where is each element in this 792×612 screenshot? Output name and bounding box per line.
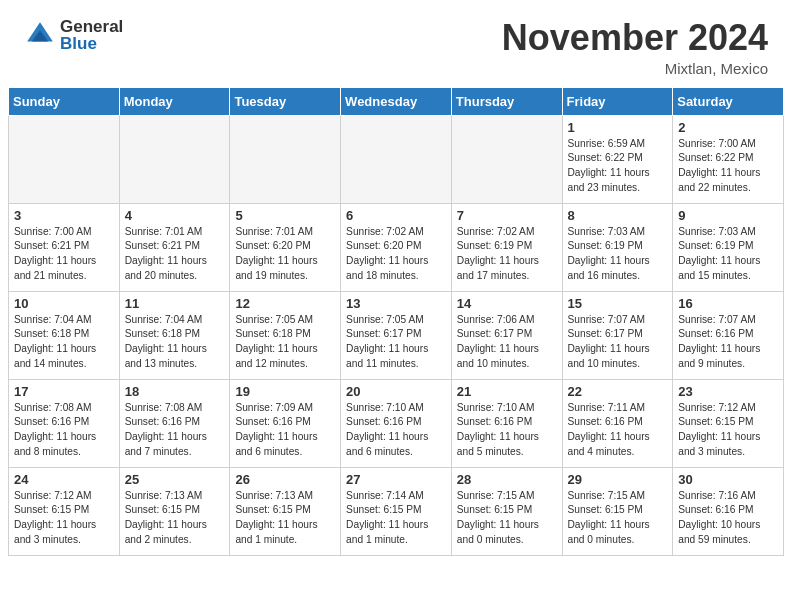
calendar-cell: 4Sunrise: 7:01 AM Sunset: 6:21 PM Daylig… <box>119 203 230 291</box>
calendar-week-1: 1Sunrise: 6:59 AM Sunset: 6:22 PM Daylig… <box>9 115 784 203</box>
calendar-cell: 17Sunrise: 7:08 AM Sunset: 6:16 PM Dayli… <box>9 379 120 467</box>
calendar-cell: 11Sunrise: 7:04 AM Sunset: 6:18 PM Dayli… <box>119 291 230 379</box>
day-number: 11 <box>125 296 225 311</box>
calendar-table: SundayMondayTuesdayWednesdayThursdayFrid… <box>8 87 784 556</box>
day-info: Sunrise: 7:16 AM Sunset: 6:16 PM Dayligh… <box>678 489 778 548</box>
calendar-header-thursday: Thursday <box>451 87 562 115</box>
day-number: 23 <box>678 384 778 399</box>
calendar-cell <box>119 115 230 203</box>
logo-general-text: General <box>60 18 123 35</box>
day-number: 2 <box>678 120 778 135</box>
day-info: Sunrise: 7:02 AM Sunset: 6:19 PM Dayligh… <box>457 225 557 284</box>
day-number: 5 <box>235 208 335 223</box>
day-info: Sunrise: 7:11 AM Sunset: 6:16 PM Dayligh… <box>568 401 668 460</box>
calendar-week-2: 3Sunrise: 7:00 AM Sunset: 6:21 PM Daylig… <box>9 203 784 291</box>
calendar-cell: 12Sunrise: 7:05 AM Sunset: 6:18 PM Dayli… <box>230 291 341 379</box>
day-info: Sunrise: 7:04 AM Sunset: 6:18 PM Dayligh… <box>14 313 114 372</box>
title-block: November 2024 Mixtlan, Mexico <box>502 18 768 77</box>
calendar-cell: 2Sunrise: 7:00 AM Sunset: 6:22 PM Daylig… <box>673 115 784 203</box>
calendar-cell: 7Sunrise: 7:02 AM Sunset: 6:19 PM Daylig… <box>451 203 562 291</box>
calendar-cell: 13Sunrise: 7:05 AM Sunset: 6:17 PM Dayli… <box>341 291 452 379</box>
day-info: Sunrise: 7:15 AM Sunset: 6:15 PM Dayligh… <box>457 489 557 548</box>
day-info: Sunrise: 7:06 AM Sunset: 6:17 PM Dayligh… <box>457 313 557 372</box>
calendar-cell <box>451 115 562 203</box>
day-number: 16 <box>678 296 778 311</box>
location: Mixtlan, Mexico <box>502 60 768 77</box>
day-info: Sunrise: 7:00 AM Sunset: 6:22 PM Dayligh… <box>678 137 778 196</box>
calendar-cell: 19Sunrise: 7:09 AM Sunset: 6:16 PM Dayli… <box>230 379 341 467</box>
calendar-cell: 3Sunrise: 7:00 AM Sunset: 6:21 PM Daylig… <box>9 203 120 291</box>
day-info: Sunrise: 7:10 AM Sunset: 6:16 PM Dayligh… <box>346 401 446 460</box>
day-info: Sunrise: 7:15 AM Sunset: 6:15 PM Dayligh… <box>568 489 668 548</box>
month-title: November 2024 <box>502 18 768 58</box>
logo: General Blue <box>24 18 123 52</box>
day-number: 12 <box>235 296 335 311</box>
day-info: Sunrise: 7:14 AM Sunset: 6:15 PM Dayligh… <box>346 489 446 548</box>
calendar-cell: 26Sunrise: 7:13 AM Sunset: 6:15 PM Dayli… <box>230 467 341 555</box>
day-number: 14 <box>457 296 557 311</box>
day-number: 1 <box>568 120 668 135</box>
page-header: General Blue November 2024 Mixtlan, Mexi… <box>0 0 792 87</box>
calendar-header-tuesday: Tuesday <box>230 87 341 115</box>
day-number: 3 <box>14 208 114 223</box>
day-number: 13 <box>346 296 446 311</box>
day-number: 28 <box>457 472 557 487</box>
day-info: Sunrise: 7:13 AM Sunset: 6:15 PM Dayligh… <box>125 489 225 548</box>
day-info: Sunrise: 7:03 AM Sunset: 6:19 PM Dayligh… <box>678 225 778 284</box>
day-number: 7 <box>457 208 557 223</box>
day-info: Sunrise: 7:04 AM Sunset: 6:18 PM Dayligh… <box>125 313 225 372</box>
calendar-wrap: SundayMondayTuesdayWednesdayThursdayFrid… <box>0 87 792 564</box>
calendar-header-wednesday: Wednesday <box>341 87 452 115</box>
calendar-header-sunday: Sunday <box>9 87 120 115</box>
calendar-cell: 29Sunrise: 7:15 AM Sunset: 6:15 PM Dayli… <box>562 467 673 555</box>
calendar-cell: 27Sunrise: 7:14 AM Sunset: 6:15 PM Dayli… <box>341 467 452 555</box>
day-info: Sunrise: 7:08 AM Sunset: 6:16 PM Dayligh… <box>14 401 114 460</box>
day-number: 18 <box>125 384 225 399</box>
calendar-cell: 25Sunrise: 7:13 AM Sunset: 6:15 PM Dayli… <box>119 467 230 555</box>
day-number: 15 <box>568 296 668 311</box>
calendar-cell: 10Sunrise: 7:04 AM Sunset: 6:18 PM Dayli… <box>9 291 120 379</box>
calendar-week-3: 10Sunrise: 7:04 AM Sunset: 6:18 PM Dayli… <box>9 291 784 379</box>
day-info: Sunrise: 7:12 AM Sunset: 6:15 PM Dayligh… <box>678 401 778 460</box>
calendar-cell: 28Sunrise: 7:15 AM Sunset: 6:15 PM Dayli… <box>451 467 562 555</box>
day-info: Sunrise: 7:10 AM Sunset: 6:16 PM Dayligh… <box>457 401 557 460</box>
day-number: 29 <box>568 472 668 487</box>
calendar-cell: 16Sunrise: 7:07 AM Sunset: 6:16 PM Dayli… <box>673 291 784 379</box>
calendar-header-row: SundayMondayTuesdayWednesdayThursdayFrid… <box>9 87 784 115</box>
calendar-cell: 21Sunrise: 7:10 AM Sunset: 6:16 PM Dayli… <box>451 379 562 467</box>
day-number: 4 <box>125 208 225 223</box>
day-number: 10 <box>14 296 114 311</box>
day-number: 25 <box>125 472 225 487</box>
calendar-cell: 18Sunrise: 7:08 AM Sunset: 6:16 PM Dayli… <box>119 379 230 467</box>
calendar-week-4: 17Sunrise: 7:08 AM Sunset: 6:16 PM Dayli… <box>9 379 784 467</box>
calendar-cell: 8Sunrise: 7:03 AM Sunset: 6:19 PM Daylig… <box>562 203 673 291</box>
day-info: Sunrise: 7:12 AM Sunset: 6:15 PM Dayligh… <box>14 489 114 548</box>
day-info: Sunrise: 7:08 AM Sunset: 6:16 PM Dayligh… <box>125 401 225 460</box>
calendar-cell: 22Sunrise: 7:11 AM Sunset: 6:16 PM Dayli… <box>562 379 673 467</box>
calendar-cell <box>9 115 120 203</box>
day-number: 9 <box>678 208 778 223</box>
day-info: Sunrise: 7:01 AM Sunset: 6:21 PM Dayligh… <box>125 225 225 284</box>
calendar-header-friday: Friday <box>562 87 673 115</box>
day-number: 26 <box>235 472 335 487</box>
calendar-week-5: 24Sunrise: 7:12 AM Sunset: 6:15 PM Dayli… <box>9 467 784 555</box>
calendar-cell: 6Sunrise: 7:02 AM Sunset: 6:20 PM Daylig… <box>341 203 452 291</box>
day-info: Sunrise: 7:00 AM Sunset: 6:21 PM Dayligh… <box>14 225 114 284</box>
calendar-header-saturday: Saturday <box>673 87 784 115</box>
calendar-cell: 30Sunrise: 7:16 AM Sunset: 6:16 PM Dayli… <box>673 467 784 555</box>
calendar-header-monday: Monday <box>119 87 230 115</box>
logo-blue-text: Blue <box>60 35 123 52</box>
calendar-cell <box>341 115 452 203</box>
day-number: 20 <box>346 384 446 399</box>
calendar-cell: 5Sunrise: 7:01 AM Sunset: 6:20 PM Daylig… <box>230 203 341 291</box>
day-number: 30 <box>678 472 778 487</box>
day-info: Sunrise: 7:02 AM Sunset: 6:20 PM Dayligh… <box>346 225 446 284</box>
calendar-cell: 1Sunrise: 6:59 AM Sunset: 6:22 PM Daylig… <box>562 115 673 203</box>
day-number: 21 <box>457 384 557 399</box>
calendar-cell: 24Sunrise: 7:12 AM Sunset: 6:15 PM Dayli… <box>9 467 120 555</box>
day-info: Sunrise: 7:01 AM Sunset: 6:20 PM Dayligh… <box>235 225 335 284</box>
day-info: Sunrise: 7:07 AM Sunset: 6:17 PM Dayligh… <box>568 313 668 372</box>
logo-icon <box>24 19 56 51</box>
calendar-cell: 15Sunrise: 7:07 AM Sunset: 6:17 PM Dayli… <box>562 291 673 379</box>
calendar-cell: 20Sunrise: 7:10 AM Sunset: 6:16 PM Dayli… <box>341 379 452 467</box>
